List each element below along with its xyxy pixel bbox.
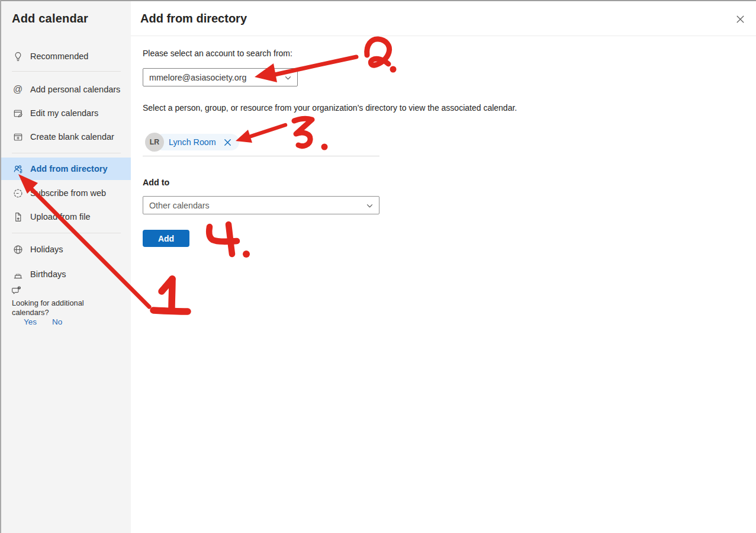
add-to-select-value: Other calendars	[149, 201, 210, 210]
calendar-edit-icon	[12, 107, 24, 119]
lightbulb-icon	[12, 50, 24, 62]
close-icon	[736, 15, 745, 26]
sidebar-item-label: Edit my calendars	[30, 108, 98, 118]
calendar-add-icon	[12, 131, 24, 143]
feedback-yes-link[interactable]: Yes	[24, 317, 37, 326]
close-button[interactable]	[735, 15, 745, 25]
cake-icon	[12, 268, 24, 280]
sidebar-item-label: Recommended	[30, 52, 88, 61]
sidebar-item-recommended[interactable]: Recommended	[0, 44, 131, 68]
globe-icon	[12, 243, 24, 255]
sidebar-item-label: Add personal calendars	[30, 85, 120, 94]
avatar: LR	[145, 133, 164, 152]
add-calendar-dialog: Add calendar Recommended @ Add personal …	[0, 0, 756, 533]
add-button[interactable]: Add	[143, 230, 189, 247]
sidebar-item-subscribe-from-web[interactable]: Subscribe from web	[0, 181, 131, 205]
sidebar-item-label: Holidays	[30, 245, 63, 254]
add-to-select[interactable]: Other calendars	[143, 196, 379, 214]
annotation-step-4	[209, 224, 250, 258]
page-title: Add from directory	[140, 12, 247, 25]
sidebar-item-add-personal-calendars[interactable]: @ Add personal calendars	[0, 78, 131, 101]
account-select-value: mmelore@asiasociety.org	[149, 73, 246, 82]
feedback-no-link[interactable]: No	[52, 317, 62, 326]
account-select-label: Please select an account to search from:	[143, 49, 292, 58]
selected-person-chip[interactable]: Lynch Room	[155, 134, 239, 150]
feedback-question-line2: calendars?	[12, 308, 49, 317]
document-upload-icon	[12, 211, 24, 223]
sidebar-item-label: Upload from file	[30, 212, 91, 221]
chevron-down-icon	[366, 202, 374, 211]
sidebar-divider	[12, 153, 121, 153]
sidebar: Add calendar Recommended @ Add personal …	[0, 1, 131, 533]
sidebar-divider	[12, 71, 121, 72]
sidebar-divider	[12, 233, 121, 233]
picker-underline	[143, 156, 379, 156]
sidebar-item-label: Birthdays	[30, 269, 66, 279]
sidebar-item-add-from-directory[interactable]: Add from directory	[0, 158, 131, 180]
add-to-label: Add to	[143, 178, 169, 187]
sidebar-item-create-blank-calendar[interactable]: Create blank calendar	[0, 125, 131, 149]
directory-hint-text: Select a person, group, or resource from…	[143, 103, 517, 113]
sidebar-title: Add calendar	[12, 12, 88, 25]
feedback-question-line1: Looking for additional	[12, 298, 84, 307]
account-select[interactable]: mmelore@asiasociety.org	[143, 68, 298, 86]
annotation-step-3	[236, 118, 328, 150]
sidebar-item-label: Subscribe from web	[30, 188, 106, 198]
sidebar-item-label: Create blank calendar	[30, 132, 114, 142]
chip-remove-button[interactable]	[224, 139, 231, 146]
people-add-icon	[12, 163, 24, 175]
sidebar-item-holidays[interactable]: Holidays	[0, 237, 131, 261]
sidebar-item-label: Add from directory	[30, 164, 108, 174]
header-divider	[131, 36, 756, 36]
dialog-left-border	[0, 0, 1, 533]
chevron-down-icon	[284, 74, 292, 84]
dashed-circle-icon	[12, 187, 24, 199]
sidebar-item-edit-my-calendars[interactable]: Edit my calendars	[0, 101, 131, 125]
feedback-bubble-icon	[11, 285, 22, 298]
sidebar-item-upload-from-file[interactable]: Upload from file	[0, 205, 131, 229]
sidebar-item-birthdays[interactable]: Birthdays	[0, 262, 131, 286]
chip-name: Lynch Room	[169, 137, 216, 147]
at-sign-icon: @	[12, 84, 24, 95]
